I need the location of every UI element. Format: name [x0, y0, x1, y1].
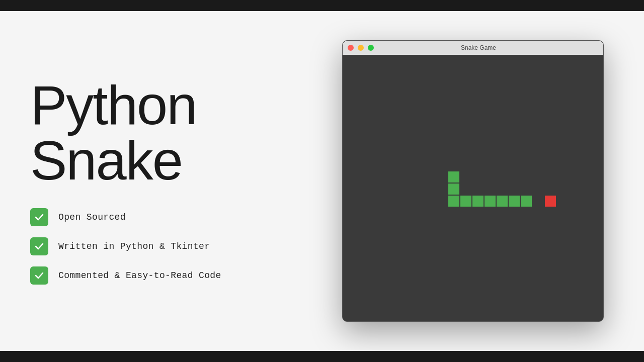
title-line1: Python: [30, 77, 312, 133]
feature-item-1: Open Sourced: [30, 208, 312, 226]
snake-segment: [521, 196, 532, 207]
feature-text-3: Commented & Easy-to-Read Code: [58, 270, 221, 281]
window-titlebar: Snake Game: [343, 41, 603, 55]
feature-text-1: Open Sourced: [58, 212, 126, 222]
snake-segment: [472, 196, 484, 207]
checkmark-icon-2: [34, 241, 44, 251]
top-bar: [0, 0, 644, 11]
check-badge-1: [30, 208, 48, 226]
snake-segment: [460, 196, 471, 207]
mac-window: Snake Game: [342, 40, 604, 322]
main-content: Python Snake Open Sourced: [0, 11, 644, 351]
snake-segment: [485, 196, 496, 207]
snake-segment: [448, 171, 459, 183]
title-line2: Snake: [30, 133, 312, 188]
checkmark-icon-1: [34, 212, 44, 222]
window-title: Snake Game: [359, 44, 598, 51]
snake-segment: [509, 196, 520, 207]
check-badge-3: [30, 266, 48, 285]
left-panel: Python Snake Open Sourced: [30, 67, 312, 295]
snake-segment: [448, 196, 459, 207]
snake-segment: [448, 184, 459, 195]
check-badge-2: [30, 237, 48, 255]
food-item: [545, 196, 556, 207]
title-block: Python Snake: [30, 77, 312, 188]
traffic-light-red[interactable]: [348, 45, 354, 51]
checkmark-icon-3: [34, 270, 44, 281]
right-panel: Snake Game: [312, 40, 614, 322]
game-canvas: [343, 55, 603, 321]
feature-text-2: Written in Python & Tkinter: [58, 241, 210, 251]
bottom-bar: [0, 351, 644, 362]
feature-item-3: Commented & Easy-to-Read Code: [30, 266, 312, 285]
snake-segment: [497, 196, 508, 207]
features-list: Open Sourced Written in Python & Tkinter: [30, 208, 312, 285]
feature-item-2: Written in Python & Tkinter: [30, 237, 312, 255]
